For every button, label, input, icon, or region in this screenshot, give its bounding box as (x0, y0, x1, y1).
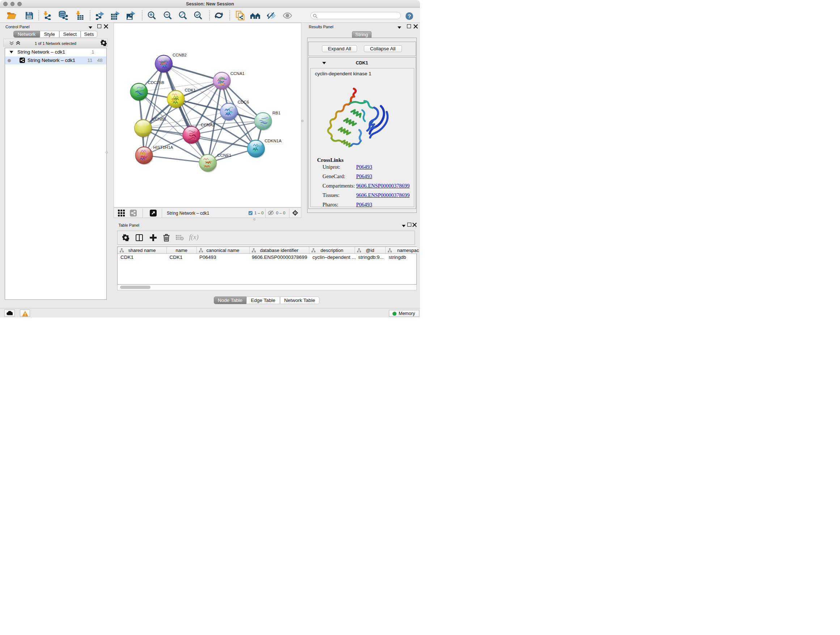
svg-text:CCNA2: CCNA2 (201, 123, 215, 127)
svg-text:CDKN1A: CDKN1A (265, 139, 282, 143)
svg-text:CDC6: CDC6 (238, 100, 249, 104)
svg-text:CDC25B: CDC25B (148, 80, 164, 85)
svg-text:CDK1: CDK1 (185, 88, 196, 92)
svg-text:CCNB1: CCNB1 (152, 117, 166, 121)
svg-text:RB1: RB1 (272, 111, 280, 115)
svg-text:HIST1H1A: HIST1H1A (153, 145, 173, 149)
svg-text:CCNA1: CCNA1 (231, 71, 245, 76)
svg-text:CCNB2: CCNB2 (172, 53, 187, 57)
svg-text:CCNE1: CCNE1 (218, 153, 232, 157)
